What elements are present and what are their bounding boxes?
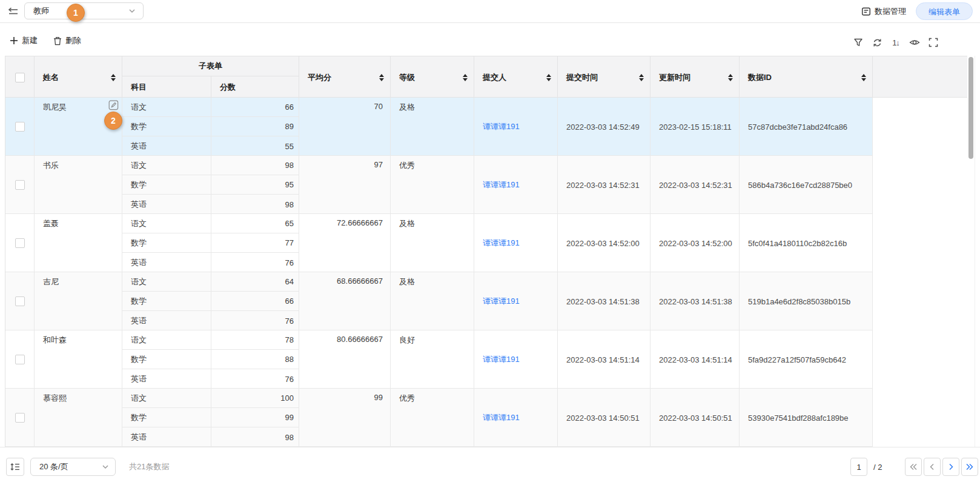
subject-row: 数学89 — [122, 117, 299, 136]
prev-page-button[interactable] — [924, 458, 941, 476]
form-doc-icon — [861, 7, 871, 16]
chevron-down-icon — [102, 464, 109, 469]
row-checkbox[interactable] — [15, 413, 25, 423]
subject-name-cell: 英语 — [122, 136, 211, 156]
table-row[interactable]: 书乐 语文98数学95英语98 97 优秀 谭谭谭191 2022-03-03 … — [5, 156, 873, 214]
toolbar-left: 新建 删除 — [10, 35, 81, 46]
header-score-label: 分数 — [220, 82, 236, 93]
row-height-button[interactable] — [6, 458, 24, 476]
sort-icon[interactable]: 1↓ — [890, 37, 901, 48]
header-update-time-label: 更新时间 — [659, 72, 690, 83]
subject-row: 数学77 — [122, 233, 299, 253]
subject-rows: 语文65数学77英语76 — [122, 214, 299, 272]
submitter-link[interactable]: 谭谭谭191 — [483, 412, 520, 423]
score-value-cell: 98 — [211, 156, 299, 175]
row-checkbox[interactable] — [15, 355, 25, 364]
subject-row: 语文66 — [122, 98, 299, 117]
sort-toggle-submitter[interactable] — [546, 74, 551, 81]
header-score: 分数 — [211, 76, 299, 98]
first-page-button[interactable] — [905, 458, 922, 476]
trash-icon — [53, 36, 62, 45]
row-grade: 及格 — [391, 272, 474, 330]
sort-toggle-name[interactable] — [111, 74, 116, 81]
score-value-cell: 76 — [211, 253, 299, 272]
sort-toggle-update-time[interactable] — [728, 74, 733, 81]
row-submit-time: 2022-03-03 14:51:14 — [558, 330, 651, 389]
header-checkbox-cell — [5, 56, 35, 98]
row-data-id: 53930e7541bdf288afc189be — [740, 389, 873, 447]
row-grade: 良好 — [391, 330, 474, 389]
header-update-time: 更新时间 — [651, 56, 740, 98]
filter-icon[interactable] — [853, 37, 864, 48]
subject-row: 语文98 — [122, 156, 299, 175]
collapse-sidebar-icon[interactable] — [7, 6, 19, 17]
row-checkbox[interactable] — [15, 238, 25, 248]
subject-row: 数学66 — [122, 292, 299, 311]
row-name: 吉尼 — [43, 277, 59, 286]
header-avg-label: 平均分 — [308, 72, 331, 83]
row-name: 和叶森 — [43, 335, 67, 344]
row-avg: 99 — [299, 389, 391, 447]
subject-row: 英语98 — [122, 427, 299, 447]
topbar-right: 数据管理 编辑表单 — [861, 0, 973, 22]
row-checkbox-cell — [5, 389, 35, 447]
annotation-badge-1: 1 — [67, 4, 85, 22]
row-data-id: 586b4a736c16e7cd28875be0 — [740, 156, 873, 214]
sort-toggle-submit-time[interactable] — [639, 74, 644, 81]
edit-row-icon[interactable] — [108, 100, 119, 110]
page-size-select[interactable]: 20 条/页 — [30, 458, 116, 476]
row-name-cell: 凯尼昊 2 — [35, 98, 122, 156]
subject-name-cell: 数学 — [122, 117, 211, 136]
submitter-link[interactable]: 谭谭谭191 — [483, 179, 520, 190]
header-data-id: 数据ID — [740, 56, 873, 98]
subject-row: 语文64 — [122, 272, 299, 292]
subject-rows: 语文66数学89英语55 — [122, 98, 299, 156]
submitter-link[interactable]: 谭谭谭191 — [483, 354, 520, 365]
row-update-time: 2022-03-03 14:52:00 — [651, 214, 740, 272]
last-page-button[interactable] — [961, 458, 978, 476]
refresh-icon[interactable] — [872, 37, 882, 48]
next-page-button[interactable] — [942, 458, 959, 476]
app-page: 教师 1 数据管理 编辑表单 新建 — [0, 0, 980, 482]
row-update-time: 2022-03-03 14:50:51 — [651, 389, 740, 447]
submitter-link[interactable]: 谭谭谭191 — [483, 296, 520, 307]
subject-row: 英语76 — [122, 253, 299, 272]
subject-name-cell: 数学 — [122, 408, 211, 427]
plus-icon — [10, 36, 18, 45]
table-row[interactable]: 盖聂 语文65数学77英语76 72.66666667 及格 谭谭谭191 20… — [5, 214, 873, 272]
table-row[interactable]: 吉尼 语文64数学66英语76 68.66666667 及格 谭谭谭191 20… — [5, 272, 873, 330]
sort-toggle-avg[interactable] — [379, 74, 384, 81]
annotation-badge-2: 2 — [104, 112, 122, 130]
row-name: 盖聂 — [43, 219, 59, 228]
subject-row: 语文65 — [122, 214, 299, 233]
fullscreen-icon[interactable] — [928, 37, 939, 48]
row-checkbox-cell — [5, 330, 35, 389]
row-checkbox[interactable] — [15, 296, 25, 306]
row-checkbox-cell — [5, 98, 35, 156]
row-checkbox[interactable] — [15, 180, 25, 190]
current-page-input[interactable]: 1 — [850, 458, 867, 476]
header-submitter: 提交人 — [474, 56, 558, 98]
data-table: 姓名 子表单 科目 分数 平均分 等级 提交人 — [5, 56, 975, 447]
data-manage-button[interactable]: 数据管理 — [861, 6, 906, 17]
row-name: 凯尼昊 — [43, 102, 67, 112]
delete-button[interactable]: 删除 — [53, 35, 81, 46]
table-row[interactable]: 慕容熙 语文100数学99英语98 99 优秀 谭谭谭191 2022-03-0… — [5, 389, 873, 447]
sort-toggle-data-id[interactable] — [861, 74, 866, 81]
table-row[interactable]: 和叶森 语文78数学88英语76 80.66666667 良好 谭谭谭191 2… — [5, 330, 873, 389]
new-button[interactable]: 新建 — [10, 35, 38, 46]
row-submitter-cell: 谭谭谭191 — [474, 272, 558, 330]
row-checkbox[interactable] — [15, 122, 25, 132]
select-all-checkbox[interactable] — [15, 73, 25, 82]
score-value-cell: 76 — [211, 369, 299, 389]
submitter-link[interactable]: 谭谭谭191 — [483, 238, 520, 249]
edit-form-button[interactable]: 编辑表单 — [916, 2, 973, 20]
subject-row: 英语76 — [122, 369, 299, 389]
subject-name-cell: 数学 — [122, 292, 211, 310]
sort-toggle-grade[interactable] — [463, 74, 468, 81]
table-row[interactable]: 凯尼昊 2 语文66数学89英语55 70 及格 谭谭谭191 2022-03-… — [5, 98, 873, 156]
eye-icon[interactable] — [909, 37, 920, 48]
header-avg: 平均分 — [299, 56, 391, 98]
submitter-link[interactable]: 谭谭谭191 — [483, 121, 520, 132]
vertical-scrollbar-thumb[interactable] — [968, 57, 973, 159]
